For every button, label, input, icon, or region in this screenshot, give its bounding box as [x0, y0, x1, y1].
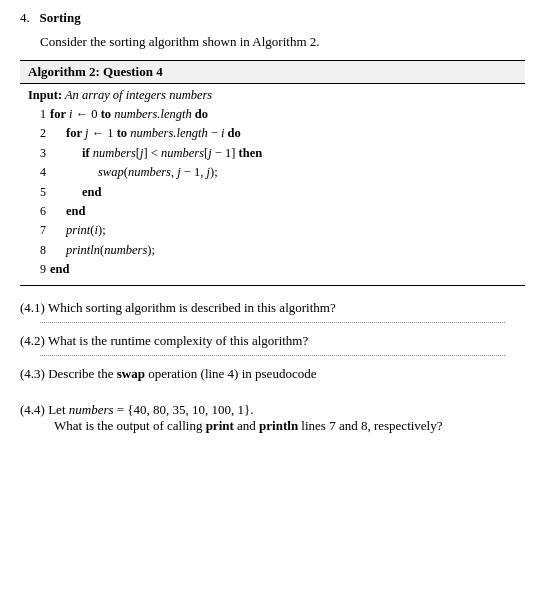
question-number: 4. Sorting	[20, 10, 525, 26]
sub-44-text1: Let numbers = {40, 80, 35, 10, 100, 1}.	[48, 402, 253, 417]
print-kw: print	[206, 418, 234, 433]
sub-text-43-after: operation (line 4) in pseudocode	[145, 366, 316, 381]
sub-question-44: (4.4) Let numbers = {40, 80, 35, 10, 100…	[20, 402, 525, 434]
dotted-line-41	[40, 322, 505, 323]
sub-text-43-before: Describe the	[48, 366, 117, 381]
algo-line-2: 2 for j ← 1 to numbers.length − i do	[28, 124, 517, 143]
sub-question-43: (4.3) Describe the swap operation (line …	[20, 366, 525, 382]
algo-line-8: 8 println(numbers);	[28, 241, 517, 260]
algo-line-4: 4 swap(numbers, j − 1, j);	[28, 163, 517, 182]
algo-line-5: 5 end	[28, 183, 517, 202]
sub-44-text2: What is the output of calling	[54, 418, 206, 433]
sub-num-43: (4.3)	[20, 366, 45, 381]
sub-44-line2: What is the output of calling print and …	[54, 418, 525, 434]
algo-line-7: 7 print(i);	[28, 221, 517, 240]
sub-num-42: (4.2)	[20, 333, 45, 348]
algorithm-box: Algorithm 2: Question 4 Input: An array …	[20, 60, 525, 286]
sub-question-42-block: (4.2) What is the runtime complexity of …	[20, 333, 525, 356]
sub-question-41-block: (4.1) Which sorting algorithm is describ…	[20, 300, 525, 323]
input-label: Input:	[28, 88, 62, 102]
algorithm-input: Input: An array of integers numbers	[28, 88, 517, 103]
sub-44-line1: (4.4) Let numbers = {40, 80, 35, 10, 100…	[20, 402, 525, 418]
sub-num-41: (4.1)	[20, 300, 45, 315]
question-container: 4. Sorting Consider the sorting algorith…	[20, 10, 525, 434]
intro-text: Consider the sorting algorithm shown in …	[40, 34, 525, 50]
dotted-line-42	[40, 355, 505, 356]
sub-text-41: Which sorting algorithm is described in …	[48, 300, 336, 315]
algo-line-1: 1 for i ← 0 to numbers.length do	[28, 105, 517, 124]
sub-num-44: (4.4)	[20, 402, 45, 417]
algo-line-3: 3 if numbers[j] < numbers[j − 1] then	[28, 144, 517, 163]
algo-line-6: 6 end	[28, 202, 517, 221]
sub-44-text3: lines 7 and 8, respectively?	[298, 418, 442, 433]
input-text: An array of integers numbers	[65, 88, 212, 102]
input-var: numbers	[169, 88, 212, 102]
sub-question-44-block: (4.4) Let numbers = {40, 80, 35, 10, 100…	[20, 402, 525, 434]
q-title: Sorting	[40, 10, 81, 25]
swap-keyword: swap	[117, 366, 145, 381]
q-num: 4.	[20, 10, 30, 25]
algorithm-lines: 1 for i ← 0 to numbers.length do 2 for j…	[28, 105, 517, 279]
sub-question-42: (4.2) What is the runtime complexity of …	[20, 333, 525, 349]
algorithm-body: Input: An array of integers numbers 1 fo…	[20, 84, 525, 285]
algorithm-header: Algorithm 2: Question 4	[20, 61, 525, 84]
sub-text-42: What is the runtime complexity of this a…	[48, 333, 308, 348]
algo-line-9: 9 end	[28, 260, 517, 279]
sub-question-43-block: (4.3) Describe the swap operation (line …	[20, 366, 525, 382]
sub-question-41: (4.1) Which sorting algorithm is describ…	[20, 300, 525, 316]
sub-44-and: and	[234, 418, 259, 433]
println-kw: println	[259, 418, 298, 433]
